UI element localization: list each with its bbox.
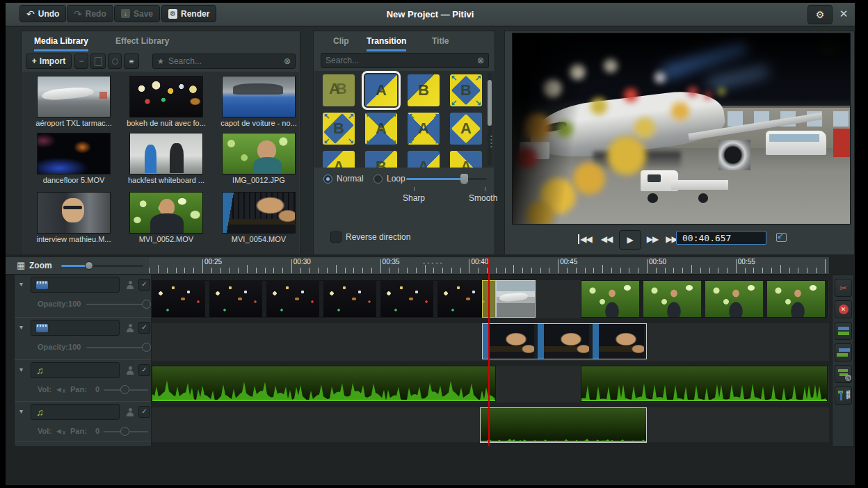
mute-speaker-icon[interactable]: ◄ₓ (55, 427, 65, 435)
normal-radio[interactable] (323, 174, 332, 184)
zoom-slider-knob[interactable] (85, 261, 93, 270)
transition-bar-wipe-diagonal-b[interactable]: B (408, 74, 440, 106)
media-item-interview[interactable]: interview mathieu.M... (28, 192, 120, 243)
transition-search-input[interactable]: Search... ⊗ (321, 53, 489, 68)
remove-asset-button[interactable]: − (74, 54, 88, 69)
transition-diamond-in-a[interactable]: A↖↘ (450, 113, 482, 145)
audio-waveform-clip-2[interactable] (581, 366, 828, 402)
audio-waveform-clip-3[interactable] (480, 407, 647, 443)
ruler-tick (816, 268, 817, 273)
keyboard-video-clip[interactable] (482, 323, 647, 359)
clear-search-icon[interactable]: ⊗ (284, 56, 291, 66)
transition-bar-wipe-diagonal-a[interactable]: A (365, 74, 397, 106)
person-icon[interactable] (126, 408, 134, 416)
transitions-scrollbar[interactable] (488, 73, 492, 165)
opacity-slider[interactable] (86, 304, 147, 305)
tab-clip[interactable]: Clip (333, 33, 349, 49)
menu-button[interactable]: ⚙ (807, 5, 833, 24)
transition-diag-wipe-a[interactable]: A↗ (408, 151, 440, 168)
clip-properties-button[interactable] (90, 54, 106, 69)
pan-slider-knob[interactable] (120, 427, 129, 436)
tab-media-library[interactable]: Media Library (34, 33, 88, 51)
undock-viewer-button[interactable] (776, 233, 787, 242)
transition-corner-wipe-a[interactable]: A↙ (323, 151, 355, 168)
track-expander[interactable]: ▾ (19, 280, 23, 288)
foliage-man-video-clip[interactable] (581, 280, 828, 318)
track-enabled-checkbox[interactable]: ✓ (138, 364, 150, 376)
track-name-field[interactable]: ♫ (31, 362, 120, 378)
tab-transition[interactable]: Transition (367, 33, 406, 51)
reverse-direction-checkbox[interactable] (330, 231, 341, 243)
opacity-slider[interactable] (86, 347, 147, 348)
media-caption: dancefloor 5.MOV (28, 176, 120, 184)
clear-search-icon[interactable]: ⊗ (477, 56, 484, 65)
zoom-slider[interactable] (61, 265, 143, 267)
track-expander[interactable]: ▾ (19, 366, 23, 373)
redo-button[interactable]: ↷ Redo (67, 5, 113, 22)
transition-corner-wipe-b[interactable]: B↘ (365, 151, 397, 168)
panel-resize-handle[interactable]: •••• (490, 134, 493, 148)
pan-slider-knob[interactable] (120, 385, 129, 394)
timecode-field[interactable]: 00:40.657 (676, 231, 766, 245)
play-button[interactable]: ▶ (619, 230, 641, 250)
preview-bokeh-light (671, 102, 689, 120)
track-enabled-checkbox[interactable]: ✓ (138, 406, 150, 418)
render-button[interactable]: ⚙ Render (161, 5, 216, 22)
import-button[interactable]: + Import (26, 54, 72, 69)
media-item-bokeh[interactable]: bokeh de nuit avec fo... (120, 76, 212, 127)
track-enabled-checkbox[interactable]: ✓ (138, 322, 150, 334)
media-item-keyboard[interactable]: MVI_0054.MOV (213, 192, 305, 243)
person-icon[interactable] (126, 281, 134, 289)
track-name-field[interactable] (31, 277, 120, 293)
media-item-whiteboard[interactable]: hackfest whiteboard ... (120, 133, 212, 184)
track-enabled-checkbox[interactable]: ✓ (138, 279, 150, 291)
ungroup-button[interactable] (835, 343, 852, 361)
delete-button[interactable]: ✕ (835, 300, 852, 318)
media-item-foliage-man[interactable]: MVI_0052.MOV (120, 192, 212, 243)
tab-title[interactable]: Title (432, 33, 449, 49)
align-button[interactable]: ◷ (835, 365, 852, 383)
transition-bowtie-a[interactable]: A↖↗↙↘ (365, 113, 397, 145)
media-item-dancefloor[interactable]: dancefloor 5.MOV (28, 133, 120, 184)
transition-cross-wipe-a[interactable]: A↖↗↙↘ (408, 113, 440, 145)
track-expander[interactable]: ▾ (19, 323, 23, 331)
airport-video-clip[interactable] (496, 280, 536, 318)
track-name-field[interactable]: ♫ (31, 404, 120, 420)
transition-diag-wipe-a2[interactable]: A↗ (450, 151, 482, 168)
mute-speaker-icon[interactable]: ◄ₓ (55, 385, 65, 393)
media-item-airport[interactable]: aéroport TXL tarmac... (28, 76, 120, 127)
track-name-field[interactable] (31, 320, 120, 336)
undo-button[interactable]: ↶ Undo (19, 5, 66, 22)
gapless-mode-button[interactable]: ⇄⇄⇄ (835, 387, 852, 405)
person-icon[interactable] (126, 324, 134, 332)
close-button[interactable]: ✕ (835, 5, 852, 23)
border-slider[interactable] (406, 178, 487, 180)
insert-end-button[interactable] (108, 54, 122, 69)
split-button[interactable]: ✂ (835, 279, 852, 297)
person-icon[interactable] (126, 366, 134, 375)
opacity-slider-knob[interactable] (142, 343, 151, 352)
ruler-tick (256, 268, 257, 273)
border-slider-knob[interactable] (460, 174, 468, 184)
audio-waveform-clip-1[interactable] (152, 366, 496, 402)
media-search-input[interactable]: ★ Search... ⊗ (152, 54, 296, 69)
group-button[interactable] (835, 322, 852, 340)
seek-backward-button[interactable]: ◀◀ (598, 231, 615, 247)
transition-diamond-out-b[interactable]: B↖↗↙↘ (450, 74, 482, 106)
transition-vertical-diamond-b[interactable]: B↖↗↙↘ (323, 113, 355, 145)
playhead[interactable] (488, 257, 490, 446)
tab-effect-library[interactable]: Effect Library (115, 33, 169, 49)
media-item-car[interactable]: capot de voiture - no... (213, 76, 305, 127)
track-expander[interactable]: ▾ (19, 407, 23, 415)
transition-crossfade[interactable]: AB (323, 74, 355, 106)
ruler-tick (531, 268, 532, 273)
media-item-phonecall[interactable]: IMG_0012.JPG (213, 133, 305, 184)
save-button[interactable]: ↓ Save (114, 5, 160, 22)
opacity-slider-knob[interactable] (142, 300, 151, 309)
pane-resize-handle[interactable]: ••••• (423, 260, 444, 267)
seek-forward-button[interactable]: ▶▶ (644, 231, 661, 247)
view-mode-button[interactable]: ≡ (124, 54, 139, 69)
bokeh-night-video-clip[interactable] (152, 280, 496, 318)
skip-backward-button[interactable]: ◀◀ (576, 231, 594, 247)
loop-radio[interactable] (373, 174, 383, 184)
